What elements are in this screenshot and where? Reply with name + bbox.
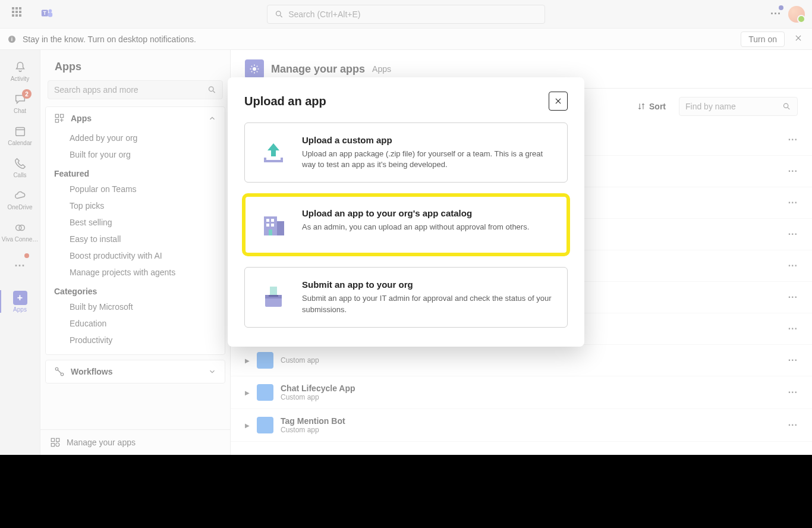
svg-rect-33 [271,219,274,222]
card-desc: As an admin, you can upload an app witho… [302,222,529,232]
svg-rect-39 [270,287,277,296]
dialog-title: Upload an app [244,95,326,108]
svg-rect-34 [266,224,269,227]
card-title: Submit an app to your org [302,279,555,290]
svg-rect-37 [265,297,282,307]
dialog-close-button[interactable] [549,92,568,111]
svg-rect-40 [269,295,278,297]
svg-rect-32 [266,219,269,222]
upload-org-catalog-card[interactable]: Upload an app to your org's app catalog … [244,196,568,254]
svg-rect-31 [277,221,284,235]
card-title: Upload a custom app [302,135,555,145]
card-desc: Submit an app to your IT admin for appro… [302,293,555,315]
card-title: Upload an app to your org's app catalog [302,208,529,218]
card-desc: Upload an app package (.zip file) for yo… [302,149,555,170]
submit-icon [257,279,290,313]
upload-custom-app-card[interactable]: Upload a custom app Upload an app packag… [244,122,568,183]
svg-rect-36 [269,230,272,235]
upload-icon [257,135,290,168]
close-icon [554,97,562,105]
submit-app-card[interactable]: Submit an app to your org Submit an app … [244,267,568,327]
upload-app-dialog: Upload an app Upload a custom app Upload… [228,77,584,347]
svg-rect-35 [271,224,274,227]
modal-overlay[interactable]: Upload an app Upload a custom app Upload… [0,0,812,455]
building-icon [257,208,290,241]
